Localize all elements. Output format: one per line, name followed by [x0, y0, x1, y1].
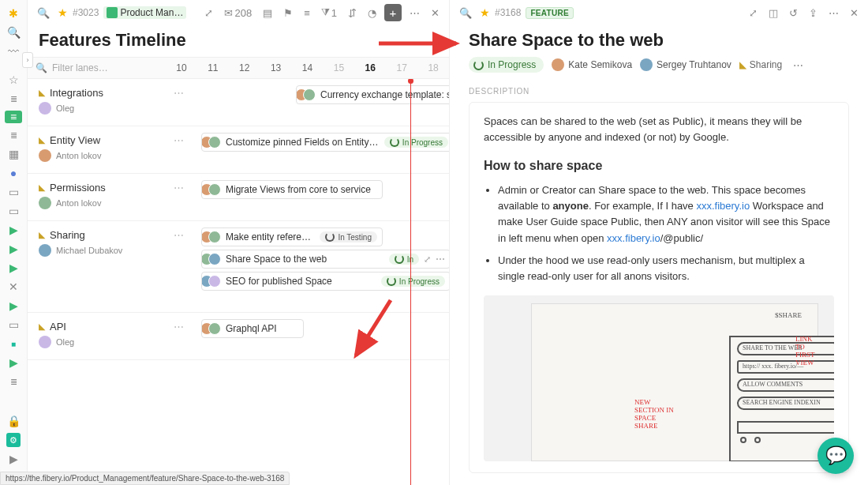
bullet-1: Admin or Creator can Share space to the …: [498, 182, 834, 246]
description-label: DESCRIPTION: [450, 81, 868, 102]
layout-icon[interactable]: ▤: [260, 6, 275, 21]
detail-panel: 🔍 ★ #3168 FEATURE ⤢ ◫ ↺ ⇪ ⋯ ✕ Share Spac…: [450, 0, 868, 485]
lane-more-icon[interactable]: ⋯: [174, 134, 184, 146]
timeline-card[interactable]: Make entity references re…In Testing: [201, 227, 383, 246]
sort-icon[interactable]: ≡: [301, 6, 313, 21]
sidebar-icon[interactable]: ◫: [765, 6, 781, 21]
star-icon[interactable]: ☆: [6, 73, 21, 87]
flag-icon: ◣: [39, 88, 45, 98]
assignee-2[interactable]: Sergey Truhtanov: [640, 58, 731, 71]
lane-more-icon[interactable]: ⋯: [174, 321, 184, 333]
app-logo-icon[interactable]: ✱: [6, 6, 21, 21]
play4-icon[interactable]: ▶: [6, 299, 21, 313]
play3-icon[interactable]: ▶: [6, 261, 21, 275]
toolbar-search-icon[interactable]: 🔍: [456, 6, 475, 21]
collapse-icon[interactable]: ▶: [6, 452, 21, 466]
status-pill[interactable]: In Progress: [469, 57, 544, 73]
expand-icon[interactable]: ⤢: [746, 6, 761, 21]
meta-more-icon[interactable]: ⋯: [790, 58, 806, 73]
filter-input[interactable]: 🔍 Filter lanes…: [28, 62, 166, 73]
detail-title: Share Space to the web: [450, 25, 868, 57]
chat-fab[interactable]: 💬: [817, 438, 854, 474]
add-button[interactable]: +: [384, 4, 402, 21]
card-more-icon[interactable]: ⋯: [436, 254, 445, 265]
filter-button[interactable]: ⧩1: [318, 5, 340, 21]
avatar: [39, 149, 51, 162]
page3-icon[interactable]: ▭: [6, 318, 21, 332]
lane-group: ◣Permissions ⋯ Anton lokov Migrate Views…: [28, 174, 449, 221]
timeline-card[interactable]: Migrate Views from core to service: [201, 180, 383, 199]
lane-header[interactable]: ◣Permissions ⋯: [28, 182, 192, 197]
card-label: Make entity references re…: [226, 231, 315, 242]
more-icon[interactable]: ⋯: [825, 6, 842, 21]
lane-header[interactable]: ◣Sharing ⋯: [28, 229, 192, 244]
rail-expand-button[interactable]: ›: [22, 52, 33, 68]
link-workspace[interactable]: xxx.fibery.io: [696, 200, 750, 212]
more-icon[interactable]: ⋯: [406, 6, 423, 21]
lane-header[interactable]: ◣API ⋯: [28, 321, 192, 336]
activity-icon[interactable]: 〰: [6, 44, 21, 58]
status-pill: In Progress: [381, 276, 445, 287]
timeline-card[interactable]: Currency exchange template: support seco: [296, 85, 449, 104]
timeline-card[interactable]: Graphql API: [201, 319, 304, 338]
lane-group: ◣Entity View ⋯ Anton lokov Customize pin…: [28, 126, 449, 174]
link-workspace-2[interactable]: xxx.fibery.io: [607, 232, 660, 244]
status-url: https://the.fibery.io/Product_Management…: [0, 472, 290, 485]
timeline-icon[interactable]: ≡: [5, 111, 22, 123]
timeline-card[interactable]: SEO for published SpaceIn Progress: [201, 272, 449, 291]
lane-name: Integrations: [50, 87, 103, 99]
search-icon[interactable]: 🔍: [6, 25, 21, 39]
settings-icon[interactable]: ⚙: [6, 433, 21, 447]
teal-dot-icon[interactable]: ■: [6, 336, 21, 351]
card-label: Share Space to the web: [226, 254, 384, 265]
page2-icon[interactable]: ▭: [6, 204, 21, 218]
entity-id: #3023: [73, 7, 99, 18]
expand-icon[interactable]: ⤢: [201, 6, 216, 21]
timeline-card[interactable]: Share Space to the webIn⤢⋯: [201, 250, 449, 269]
card-label: Migrate Views from core to service: [226, 184, 377, 195]
bars2-icon[interactable]: ≣: [6, 128, 21, 142]
description-body: Spaces can be shared to the web (set as …: [450, 102, 868, 473]
date-tick: 11: [197, 62, 229, 73]
card-expand-icon[interactable]: ⤢: [424, 254, 431, 265]
play5-icon[interactable]: ▶: [6, 355, 21, 370]
entity-id: #3168: [495, 7, 521, 18]
lane-header[interactable]: ◣Entity View ⋯: [28, 134, 192, 149]
lane-more-icon[interactable]: ⋯: [174, 182, 184, 194]
swap-icon[interactable]: ⇵: [345, 6, 360, 21]
lock-icon[interactable]: 🔒: [6, 414, 21, 428]
inbox-button[interactable]: ✉208: [221, 6, 255, 21]
flag-icon[interactable]: ⚑: [280, 6, 296, 21]
card-label: SEO for published Space: [226, 276, 376, 287]
share-icon[interactable]: ⇪: [806, 6, 821, 21]
toolbar-star-icon[interactable]: ★: [480, 6, 490, 19]
paint-icon[interactable]: ◔: [365, 6, 380, 21]
shuffle-icon[interactable]: ✕: [6, 280, 21, 294]
tag-sharing[interactable]: ◣Sharing: [739, 59, 782, 70]
desc-heading: How to share space: [484, 156, 834, 176]
bars-icon[interactable]: ≣: [6, 92, 21, 106]
lane-more-icon[interactable]: ⋯: [174, 229, 184, 241]
date-tick: 16: [354, 62, 386, 73]
board-chip[interactable]: Product Man…: [103, 6, 186, 19]
close-icon[interactable]: ✕: [847, 6, 862, 21]
toolbar-star-icon[interactable]: ★: [58, 6, 68, 19]
feature-badge: FEATURE: [526, 7, 574, 19]
dot-icon[interactable]: ●: [6, 166, 21, 180]
page1-icon[interactable]: ▭: [6, 185, 21, 199]
play2-icon[interactable]: ▶: [6, 242, 21, 256]
history-icon[interactable]: ↺: [786, 6, 801, 21]
date-tick: 14: [292, 62, 324, 73]
lane-header[interactable]: ◣Integrations ⋯: [28, 87, 192, 102]
toolbar-search-icon[interactable]: 🔍: [34, 6, 53, 21]
filter-search-icon: 🔍: [36, 62, 47, 73]
play1-icon[interactable]: ▶: [6, 223, 21, 237]
grid-icon[interactable]: ▦: [6, 147, 21, 161]
timeline-card[interactable]: Customize pinned Fields on Entity ViewIn…: [201, 133, 449, 152]
lane-group: ◣API ⋯ Oleg Graphql API: [28, 313, 449, 360]
bars3-icon[interactable]: ≣: [6, 374, 21, 389]
close-icon[interactable]: ✕: [428, 6, 443, 21]
left-rail: ✱ 🔍 〰 ☆ ≣ ≡ ≣ ▦ ● ▭ ▭ ▶ ▶ ▶ ✕ ▶ ▭ ■ ▶ ≣ …: [0, 0, 28, 485]
assignee-1[interactable]: Kate Semikova: [552, 58, 632, 71]
lane-more-icon[interactable]: ⋯: [174, 87, 184, 99]
